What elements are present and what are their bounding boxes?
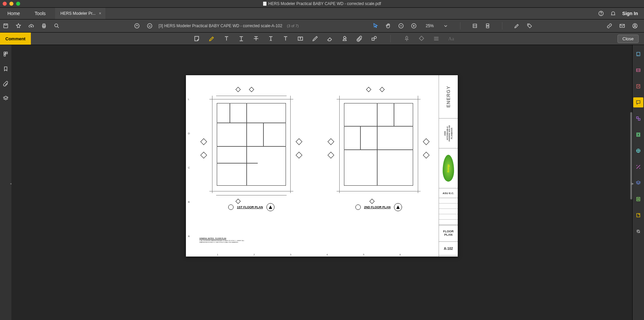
page-up-icon[interactable] bbox=[134, 23, 140, 29]
document-stage[interactable]: L D C B A 123456 bbox=[11, 45, 632, 320]
collapse-right-icon[interactable]: ▶ bbox=[631, 181, 634, 185]
search-icon[interactable] bbox=[54, 23, 60, 29]
rail-tool-9[interactable] bbox=[633, 178, 643, 188]
svg-point-19 bbox=[344, 36, 346, 39]
window-close-button[interactable] bbox=[3, 2, 7, 6]
fit-width-icon[interactable] bbox=[472, 23, 478, 29]
hand-tool-icon[interactable] bbox=[385, 23, 391, 29]
rail-tool-1[interactable] bbox=[633, 49, 643, 59]
svg-rect-12 bbox=[486, 24, 489, 26]
page-down-icon[interactable] bbox=[147, 23, 153, 29]
rail-tool-comment-active[interactable] bbox=[633, 97, 643, 107]
svg-rect-13 bbox=[486, 26, 489, 28]
strikethrough-icon[interactable] bbox=[253, 35, 259, 42]
font-style-icon[interactable]: Aa bbox=[448, 35, 454, 42]
line-weight-icon[interactable] bbox=[433, 35, 440, 42]
svg-rect-4 bbox=[43, 24, 45, 25]
zoom-in-icon[interactable] bbox=[411, 23, 417, 29]
drawing-area: L D C B A 123456 bbox=[186, 75, 439, 257]
svg-rect-2 bbox=[4, 24, 8, 28]
first-floor-plan: 1ST FLOOR PLAN bbox=[196, 96, 307, 211]
rail-tool-7[interactable] bbox=[633, 146, 643, 156]
rail-tool-10[interactable] bbox=[633, 194, 643, 204]
share-link-icon[interactable] bbox=[606, 23, 612, 29]
rail-tool-5[interactable] bbox=[633, 113, 643, 124]
svg-rect-20 bbox=[372, 38, 375, 40]
planbook-label: 2006AFFORDABLE PASSIVE SOLAR PLANBOOK bbox=[439, 119, 458, 148]
svg-rect-29 bbox=[638, 119, 640, 120]
green-leaf-logo: Energy bbox=[439, 148, 458, 188]
rail-tool-3[interactable] bbox=[633, 81, 643, 91]
left-nav-rail: ◀ bbox=[0, 45, 11, 320]
svg-rect-22 bbox=[4, 52, 6, 54]
north-arrow-icon bbox=[394, 203, 402, 211]
bookmark-icon[interactable] bbox=[3, 66, 9, 72]
stamp-icon[interactable] bbox=[341, 35, 348, 42]
svg-rect-23 bbox=[4, 54, 6, 56]
rail-tool-8[interactable] bbox=[633, 162, 643, 172]
svg-rect-31 bbox=[637, 134, 639, 135]
text-comment-icon[interactable] bbox=[223, 35, 230, 42]
asu-label: ASU E.C. bbox=[439, 188, 458, 198]
tab-document[interactable]: HERS Modeler Pr... × bbox=[55, 8, 105, 19]
cloud-upload-icon[interactable] bbox=[28, 23, 34, 29]
tag-tool-icon[interactable] bbox=[527, 23, 533, 29]
separator bbox=[502, 22, 502, 30]
scroll-mode-icon[interactable] bbox=[485, 23, 491, 29]
pin-icon[interactable] bbox=[403, 35, 410, 42]
zoom-out-icon[interactable] bbox=[398, 23, 404, 29]
separator bbox=[390, 35, 391, 42]
selection-tool-icon[interactable] bbox=[373, 23, 379, 29]
shapes-icon[interactable] bbox=[371, 35, 378, 42]
pdf-file-icon bbox=[263, 2, 266, 6]
insert-text-icon[interactable] bbox=[282, 35, 289, 42]
tab-tools[interactable]: Tools bbox=[27, 8, 53, 19]
eraser-icon[interactable] bbox=[327, 35, 333, 42]
north-arrow-icon bbox=[266, 203, 275, 211]
close-toolbar-button[interactable]: Close bbox=[617, 35, 639, 43]
general-notes: GENERAL NOTES - FLOOR PLAN 1. ALL EXTERI… bbox=[199, 237, 253, 243]
layers-icon[interactable] bbox=[3, 95, 9, 101]
attachment-panel-icon[interactable] bbox=[3, 81, 9, 87]
profile-icon[interactable] bbox=[632, 23, 638, 29]
help-icon[interactable] bbox=[598, 10, 604, 16]
window-maximize-button[interactable] bbox=[16, 2, 20, 6]
rail-tool-12[interactable] bbox=[633, 226, 643, 236]
email-icon[interactable] bbox=[619, 23, 625, 29]
textbox-icon[interactable] bbox=[297, 35, 304, 42]
second-floor-title: 2ND FLOOR PLAN bbox=[364, 205, 391, 209]
first-floor-title: 1ST FLOOR PLAN bbox=[237, 205, 263, 209]
replace-text-icon[interactable] bbox=[267, 35, 274, 42]
energy-logo: ENERGY bbox=[439, 75, 458, 119]
sign-in-button[interactable]: Sign In bbox=[622, 11, 638, 16]
comment-mode-label: Comment bbox=[0, 33, 31, 45]
rail-tool-11[interactable] bbox=[633, 210, 643, 220]
grid-col-labels: 123456 bbox=[199, 254, 418, 256]
pencil-icon[interactable] bbox=[312, 35, 318, 42]
revision-grid bbox=[439, 198, 458, 225]
rail-tool-6[interactable] bbox=[633, 130, 643, 140]
window-minimize-button[interactable] bbox=[9, 2, 13, 6]
zoom-value[interactable]: 25% bbox=[426, 24, 434, 28]
fill-color-icon[interactable] bbox=[418, 35, 425, 42]
zoom-dropdown-icon[interactable] bbox=[443, 23, 449, 29]
tab-home[interactable]: Home bbox=[0, 8, 27, 19]
attachment-icon[interactable] bbox=[356, 35, 363, 42]
save-icon[interactable] bbox=[3, 23, 9, 29]
svg-rect-33 bbox=[637, 197, 640, 201]
draw-tool-icon[interactable] bbox=[514, 23, 520, 29]
separator bbox=[460, 22, 460, 30]
sticky-note-icon[interactable] bbox=[194, 35, 200, 42]
bell-icon[interactable] bbox=[610, 10, 616, 16]
tab-close-icon[interactable]: × bbox=[99, 11, 101, 16]
star-icon[interactable] bbox=[15, 23, 21, 29]
underline-text-icon[interactable] bbox=[238, 35, 245, 42]
pdf-page: L D C B A 123456 bbox=[186, 75, 458, 257]
print-icon[interactable] bbox=[41, 23, 47, 29]
thumbnails-icon[interactable] bbox=[3, 51, 9, 57]
rail-tool-2[interactable] bbox=[633, 65, 643, 75]
second-floor-plan: 2ND FLOOR PLAN bbox=[324, 96, 434, 211]
tab-document-label: HERS Modeler Pr... bbox=[60, 11, 96, 16]
svg-point-7 bbox=[135, 24, 139, 28]
highlight-tool-icon[interactable] bbox=[208, 35, 215, 42]
